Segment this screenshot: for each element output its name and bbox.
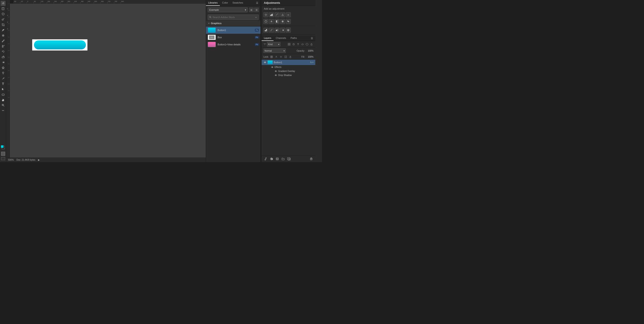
clone-tool[interactable]: [1, 44, 6, 49]
link-icon[interactable]: [264, 157, 268, 161]
lasso-tool[interactable]: [1, 12, 6, 16]
graphics-item-box[interactable]: IMG Box Ps: [206, 34, 260, 41]
hand-tool[interactable]: [1, 97, 6, 102]
lock-image-icon[interactable]: [274, 55, 278, 59]
dodge-tool[interactable]: [1, 71, 6, 75]
brightness-adj-btn[interactable]: [264, 12, 268, 17]
tab-swatches[interactable]: Swatches: [230, 0, 245, 6]
grid-view-btn[interactable]: ⊞: [249, 7, 254, 12]
tab-channels[interactable]: Channels: [274, 35, 288, 41]
svg-text:660: 660: [101, 1, 104, 2]
path-select-tool[interactable]: [1, 87, 6, 92]
panel-menu-icon[interactable]: ☰: [255, 1, 259, 5]
crop-tool[interactable]: [1, 22, 6, 27]
vibrance-adj-btn[interactable]: [286, 12, 291, 17]
filter-pixel-icon[interactable]: [287, 42, 291, 46]
layer-item-button1[interactable]: Button1 fx ▾: [262, 60, 315, 65]
pen-tool[interactable]: [1, 76, 6, 81]
healing-tool[interactable]: [1, 33, 6, 38]
layers-panel-menu[interactable]: ☰: [310, 36, 314, 40]
canvas-viewport[interactable]: [10, 3, 206, 158]
lock-transparent-icon[interactable]: [270, 55, 274, 59]
move-tool[interactable]: [1, 1, 6, 6]
add-layer-style-icon[interactable]: fx: [269, 157, 274, 161]
svg-text:fx: fx: [271, 158, 273, 160]
graphics-item-button1[interactable]: Button1 Ps: [206, 26, 260, 34]
quick-mask[interactable]: [1, 152, 5, 156]
lock-artboard-icon[interactable]: [284, 55, 288, 59]
layer-sub-effects[interactable]: Effects: [262, 65, 315, 69]
new-layer-icon[interactable]: [287, 157, 291, 161]
artboard-tool[interactable]: [1, 6, 6, 11]
graphics-item-button1-view[interactable]: Button1+View details Ps: [206, 41, 260, 48]
search-input[interactable]: [212, 16, 254, 18]
search-dropdown-icon[interactable]: [255, 16, 257, 18]
bottom-status-bar: 500% Doc: 21.4K/0 bytes ▶: [6, 158, 206, 162]
filter-kind-dropdown[interactable]: Kind ▾: [267, 42, 280, 46]
blur-tool[interactable]: [1, 65, 6, 70]
doc-info-arrow[interactable]: ▶: [38, 159, 40, 161]
layer-fx-button1[interactable]: fx ▾: [310, 61, 314, 63]
levels-adj-btn[interactable]: [269, 12, 274, 17]
hue-sat-adj-btn[interactable]: [264, 19, 268, 24]
curves-adj-btn[interactable]: [274, 12, 280, 17]
blend-mode-dropdown[interactable]: Normal ▾: [264, 48, 286, 53]
foreground-color[interactable]: [1, 145, 4, 148]
channel-mixer-adj-btn[interactable]: [286, 19, 291, 24]
tab-color[interactable]: Color: [220, 0, 230, 6]
layer-effect-drop-shadow[interactable]: Drop Shadow: [262, 73, 315, 77]
filter-adjustment-icon[interactable]: [292, 42, 296, 46]
svg-rect-89: [272, 14, 273, 16]
effects-visibility[interactable]: [270, 65, 274, 69]
invert-adj-btn[interactable]: [264, 28, 268, 33]
create-group-icon[interactable]: [281, 157, 285, 161]
layer-visibility-button1[interactable]: [264, 61, 266, 64]
layer-effect-gradient-overlay[interactable]: Gradient Overlay: [262, 69, 315, 73]
filter-shape-icon[interactable]: [300, 42, 304, 46]
color-balance-adj-btn[interactable]: [269, 19, 274, 24]
tab-libraries[interactable]: Libraries: [206, 0, 220, 6]
filter-smart-icon[interactable]: [305, 42, 309, 46]
graphics-label: Graphics: [211, 22, 222, 24]
exposure-adj-btn[interactable]: [280, 12, 285, 17]
graphics-section-header[interactable]: Graphics: [206, 21, 260, 26]
filter-type-icon[interactable]: T: [296, 42, 300, 46]
gradient-overlay-visibility[interactable]: [274, 69, 277, 73]
text-tool[interactable]: T: [1, 81, 6, 86]
drop-shadow-visibility[interactable]: [274, 73, 277, 77]
shape-tool[interactable]: [1, 92, 6, 97]
brush-tool[interactable]: [1, 38, 6, 43]
photo-filter-adj-btn[interactable]: [280, 19, 285, 24]
layers-panel: Layers Channels Paths ☰ Kind ▾: [262, 35, 315, 77]
quick-select-tool[interactable]: [1, 17, 6, 22]
threshold-adj-btn[interactable]: [274, 28, 280, 33]
history-brush-tool[interactable]: [1, 49, 6, 54]
lock-all-icon[interactable]: [288, 55, 292, 59]
svg-point-17: [2, 72, 4, 73]
bw-adj-btn[interactable]: [274, 19, 280, 24]
lock-position-icon[interactable]: [279, 55, 283, 59]
graphics-name-box: Box: [218, 36, 253, 39]
search-bar[interactable]: [208, 14, 259, 20]
screen-mode-normal[interactable]: [1, 157, 5, 160]
more-tools[interactable]: •••: [1, 108, 6, 113]
posterize-adj-btn[interactable]: [269, 28, 274, 33]
svg-rect-112: [288, 44, 289, 45]
add-mask-icon[interactable]: [275, 157, 280, 161]
canvas-main: 2 4 6 8: [6, 3, 206, 158]
tab-layers[interactable]: Layers: [262, 35, 274, 41]
eyedropper-tool[interactable]: [1, 28, 6, 33]
svg-point-19: [3, 78, 4, 78]
library-dropdown[interactable]: Exemple ▾: [208, 7, 248, 12]
layers-bottom-bar: fx: [262, 156, 315, 162]
svg-text:-20: -20: [20, 1, 23, 2]
eraser-tool[interactable]: [1, 54, 6, 59]
tab-paths[interactable]: Paths: [288, 35, 299, 41]
selective-color-adj-btn[interactable]: [286, 28, 291, 33]
zoom-tool[interactable]: [1, 103, 6, 108]
filter-lock-icon[interactable]: [310, 42, 314, 46]
gradient-map-adj-btn[interactable]: [280, 28, 285, 33]
list-view-btn[interactable]: ☰: [254, 7, 259, 12]
gradient-tool[interactable]: [1, 60, 6, 65]
delete-layer-icon[interactable]: [309, 157, 314, 161]
